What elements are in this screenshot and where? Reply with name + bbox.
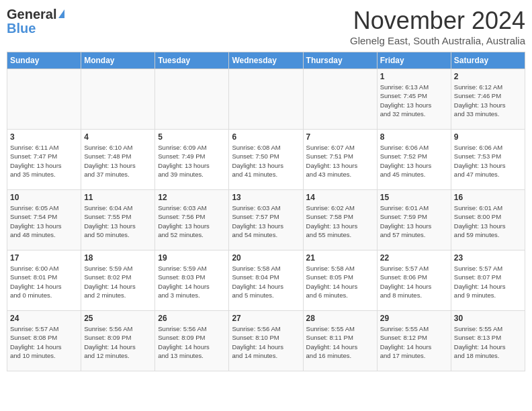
day-number: 25	[84, 314, 152, 323]
day-info: Sunrise: 6:04 AM Sunset: 7:55 PM Dayligh…	[84, 203, 152, 239]
calendar-cell: 11Sunrise: 6:04 AM Sunset: 7:55 PM Dayli…	[81, 190, 155, 250]
calendar-cell: 9Sunrise: 6:06 AM Sunset: 7:53 PM Daylig…	[451, 130, 525, 190]
day-number: 26	[158, 314, 226, 323]
column-header-thursday: Thursday	[303, 52, 377, 69]
calendar-cell: 13Sunrise: 6:03 AM Sunset: 7:57 PM Dayli…	[229, 190, 303, 250]
day-info: Sunrise: 6:10 AM Sunset: 7:48 PM Dayligh…	[84, 143, 152, 179]
calendar-cell: 4Sunrise: 6:10 AM Sunset: 7:48 PM Daylig…	[81, 130, 155, 190]
day-info: Sunrise: 6:03 AM Sunset: 7:57 PM Dayligh…	[232, 203, 300, 239]
day-number: 8	[380, 132, 448, 142]
day-number: 12	[158, 193, 226, 202]
title-block: November 2024 Glenelg East, South Austra…	[350, 7, 525, 46]
calendar-week-row: 10Sunrise: 6:05 AM Sunset: 7:54 PM Dayli…	[7, 190, 525, 250]
day-info: Sunrise: 5:56 AM Sunset: 8:09 PM Dayligh…	[158, 324, 226, 360]
calendar-cell	[81, 69, 155, 130]
calendar-cell	[7, 69, 81, 130]
logo-blue-text: Blue	[7, 21, 36, 36]
day-info: Sunrise: 6:12 AM Sunset: 7:46 PM Dayligh…	[454, 83, 522, 118]
day-number: 13	[232, 193, 300, 202]
calendar-header-row: SundayMondayTuesdayWednesdayThursdayFrid…	[7, 52, 525, 69]
day-info: Sunrise: 5:59 AM Sunset: 8:03 PM Dayligh…	[158, 264, 226, 300]
day-number: 9	[454, 132, 522, 142]
day-number: 6	[232, 132, 300, 142]
calendar-cell: 19Sunrise: 5:59 AM Sunset: 8:03 PM Dayli…	[155, 250, 229, 311]
day-number: 28	[306, 314, 374, 323]
day-number: 11	[84, 193, 152, 202]
logo-triangle-icon	[58, 9, 64, 18]
calendar-cell: 18Sunrise: 5:59 AM Sunset: 8:02 PM Dayli…	[81, 250, 155, 311]
day-info: Sunrise: 6:05 AM Sunset: 7:54 PM Dayligh…	[10, 203, 78, 239]
calendar-cell: 10Sunrise: 6:05 AM Sunset: 7:54 PM Dayli…	[7, 190, 81, 250]
column-header-wednesday: Wednesday	[229, 52, 303, 69]
day-number: 10	[10, 193, 78, 202]
day-number: 19	[158, 253, 226, 263]
calendar-week-row: 24Sunrise: 5:57 AM Sunset: 8:08 PM Dayli…	[7, 311, 525, 371]
calendar-cell: 17Sunrise: 6:00 AM Sunset: 8:01 PM Dayli…	[7, 250, 81, 311]
day-info: Sunrise: 6:01 AM Sunset: 8:00 PM Dayligh…	[454, 203, 522, 239]
day-info: Sunrise: 5:57 AM Sunset: 8:08 PM Dayligh…	[10, 324, 78, 360]
calendar-cell: 25Sunrise: 5:56 AM Sunset: 8:09 PM Dayli…	[81, 311, 155, 371]
day-number: 24	[10, 314, 78, 323]
day-number: 2	[454, 72, 522, 81]
day-number: 17	[10, 253, 78, 263]
calendar-cell: 23Sunrise: 5:57 AM Sunset: 8:07 PM Dayli…	[451, 250, 525, 311]
day-info: Sunrise: 5:55 AM Sunset: 8:12 PM Dayligh…	[380, 324, 448, 360]
day-number: 3	[10, 132, 78, 142]
day-info: Sunrise: 5:58 AM Sunset: 8:04 PM Dayligh…	[232, 264, 300, 300]
day-info: Sunrise: 6:02 AM Sunset: 7:58 PM Dayligh…	[306, 203, 374, 239]
day-info: Sunrise: 6:09 AM Sunset: 7:49 PM Dayligh…	[158, 143, 226, 179]
day-number: 1	[380, 72, 448, 81]
day-info: Sunrise: 5:55 AM Sunset: 8:11 PM Dayligh…	[306, 324, 374, 360]
day-info: Sunrise: 6:08 AM Sunset: 7:50 PM Dayligh…	[232, 143, 300, 179]
calendar-cell: 14Sunrise: 6:02 AM Sunset: 7:58 PM Dayli…	[303, 190, 377, 250]
day-number: 23	[454, 253, 522, 263]
calendar-cell	[155, 69, 229, 130]
calendar-cell: 12Sunrise: 6:03 AM Sunset: 7:56 PM Dayli…	[155, 190, 229, 250]
calendar-cell: 26Sunrise: 5:56 AM Sunset: 8:09 PM Dayli…	[155, 311, 229, 371]
column-header-sunday: Sunday	[7, 52, 81, 69]
day-number: 14	[306, 193, 374, 202]
calendar-week-row: 1Sunrise: 6:13 AM Sunset: 7:45 PM Daylig…	[7, 69, 525, 130]
day-number: 4	[84, 132, 152, 142]
calendar-cell: 8Sunrise: 6:06 AM Sunset: 7:52 PM Daylig…	[377, 130, 451, 190]
calendar-cell: 24Sunrise: 5:57 AM Sunset: 8:08 PM Dayli…	[7, 311, 81, 371]
calendar-week-row: 17Sunrise: 6:00 AM Sunset: 8:01 PM Dayli…	[7, 250, 525, 311]
calendar-cell: 29Sunrise: 5:55 AM Sunset: 8:12 PM Dayli…	[377, 311, 451, 371]
calendar-cell: 1Sunrise: 6:13 AM Sunset: 7:45 PM Daylig…	[377, 69, 451, 130]
calendar-cell	[303, 69, 377, 130]
day-info: Sunrise: 6:11 AM Sunset: 7:47 PM Dayligh…	[10, 143, 78, 179]
day-info: Sunrise: 6:06 AM Sunset: 7:53 PM Dayligh…	[454, 143, 522, 179]
column-header-saturday: Saturday	[451, 52, 525, 69]
calendar-cell: 20Sunrise: 5:58 AM Sunset: 8:04 PM Dayli…	[229, 250, 303, 311]
logo: General Blue	[7, 7, 64, 36]
day-info: Sunrise: 5:57 AM Sunset: 8:06 PM Dayligh…	[380, 264, 448, 300]
column-header-monday: Monday	[81, 52, 155, 69]
calendar-week-row: 3Sunrise: 6:11 AM Sunset: 7:47 PM Daylig…	[7, 130, 525, 190]
day-number: 7	[306, 132, 374, 142]
calendar-cell: 22Sunrise: 5:57 AM Sunset: 8:06 PM Dayli…	[377, 250, 451, 311]
day-info: Sunrise: 5:55 AM Sunset: 8:13 PM Dayligh…	[454, 324, 522, 360]
logo-general-text: General	[7, 7, 56, 22]
day-number: 29	[380, 314, 448, 323]
calendar-table: SundayMondayTuesdayWednesdayThursdayFrid…	[7, 52, 525, 371]
calendar-cell: 3Sunrise: 6:11 AM Sunset: 7:47 PM Daylig…	[7, 130, 81, 190]
month-title: November 2024	[350, 7, 525, 35]
calendar-cell: 16Sunrise: 6:01 AM Sunset: 8:00 PM Dayli…	[451, 190, 525, 250]
calendar-cell: 5Sunrise: 6:09 AM Sunset: 7:49 PM Daylig…	[155, 130, 229, 190]
day-number: 16	[454, 193, 522, 202]
day-info: Sunrise: 6:13 AM Sunset: 7:45 PM Dayligh…	[380, 83, 448, 118]
day-info: Sunrise: 5:58 AM Sunset: 8:05 PM Dayligh…	[306, 264, 374, 300]
day-info: Sunrise: 5:57 AM Sunset: 8:07 PM Dayligh…	[454, 264, 522, 300]
calendar-cell: 27Sunrise: 5:56 AM Sunset: 8:10 PM Dayli…	[229, 311, 303, 371]
day-number: 20	[232, 253, 300, 263]
location-title: Glenelg East, South Australia, Australia	[350, 35, 525, 46]
day-number: 5	[158, 132, 226, 142]
calendar-cell	[229, 69, 303, 130]
day-number: 30	[454, 314, 522, 323]
day-info: Sunrise: 6:03 AM Sunset: 7:56 PM Dayligh…	[158, 203, 226, 239]
day-number: 22	[380, 253, 448, 263]
calendar-cell: 7Sunrise: 6:07 AM Sunset: 7:51 PM Daylig…	[303, 130, 377, 190]
day-info: Sunrise: 6:07 AM Sunset: 7:51 PM Dayligh…	[306, 143, 374, 179]
calendar-cell: 15Sunrise: 6:01 AM Sunset: 7:59 PM Dayli…	[377, 190, 451, 250]
column-header-friday: Friday	[377, 52, 451, 69]
